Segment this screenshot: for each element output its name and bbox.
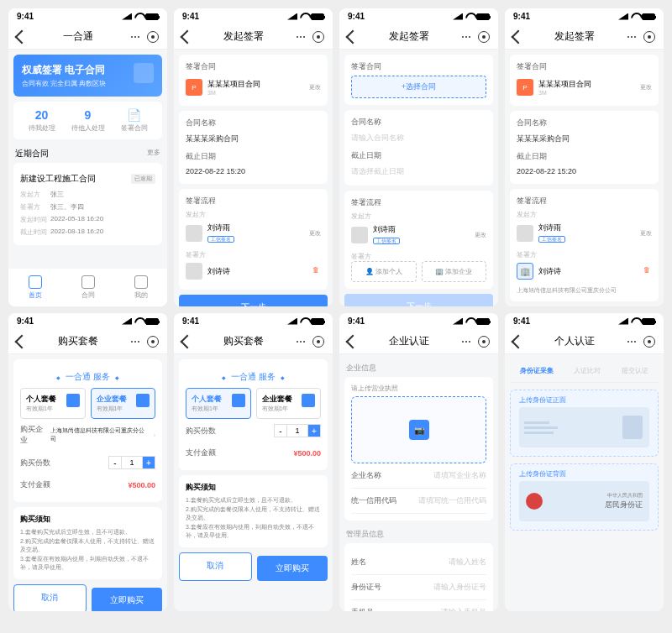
chevron-right-icon: › (154, 432, 155, 438)
person-signer: 刘诗诗 🗑 (186, 259, 321, 283)
more-icon[interactable]: ⋯ (294, 30, 307, 44)
page-title: 企业认证 (358, 334, 459, 348)
contract-name-input[interactable]: 请输入合同名称 (351, 131, 486, 145)
screen-initiate-sign-1: 9:41 发起签署 ⋯ 签署合同 P 某某某项目合同3M 更改 合同名称 某某某… (174, 8, 333, 306)
time: 9:41 (17, 12, 34, 21)
stat-pending-others[interactable]: 9待他人处理 (71, 108, 105, 133)
quantity-stepper[interactable]: - 1 + (274, 424, 321, 437)
user-icon (66, 394, 80, 407)
target-icon[interactable] (478, 31, 490, 43)
target-icon[interactable] (312, 31, 324, 43)
minus-button[interactable]: - (274, 424, 287, 437)
step-3: 提交认证 (622, 366, 648, 375)
more-icon[interactable]: ⋯ (459, 335, 473, 348)
step-2: 人证比对 (574, 366, 601, 375)
target-icon[interactable] (643, 31, 655, 43)
delete-icon[interactable]: 🗑 (311, 266, 321, 276)
next-button[interactable]: 下一步 (179, 295, 328, 306)
target-icon[interactable] (478, 336, 490, 348)
avatar (186, 263, 202, 280)
minus-button[interactable]: - (108, 456, 122, 469)
pkg-enterprise[interactable]: 企业套餐有效期1年 (256, 388, 322, 419)
contract-card[interactable]: 新建设工程施工合同 已逾期 发起方张三 签署方张三、李四 发起时间2022-05… (13, 163, 162, 245)
more-link[interactable]: 更多 (147, 148, 160, 160)
more-icon[interactable]: ⋯ (129, 335, 142, 348)
phone-input[interactable]: 手机号请输入手机号 (351, 600, 486, 611)
add-person-button[interactable]: 👤 添加个人 (351, 261, 417, 282)
user-icon (232, 394, 245, 407)
page-title: 发起签署 (192, 29, 294, 44)
contract-name: 新建设工程施工合同 (20, 173, 96, 185)
company-name-input[interactable]: 企业名称请填写企业名称 (351, 463, 486, 489)
contract-name-input[interactable]: 某某某采购合同 (517, 132, 652, 146)
buy-button[interactable]: 立即购买 (92, 588, 163, 612)
id-input[interactable]: 身份证号请输入身份证号 (351, 575, 486, 600)
tab-contracts[interactable]: 合同 (81, 275, 95, 300)
portrait-icon (622, 416, 643, 439)
pkg-enterprise[interactable]: 企业套餐有效期1年 (91, 388, 156, 419)
pkg-personal[interactable]: 个人套餐有效期1年 (186, 388, 251, 419)
avatar (186, 225, 202, 242)
upload-license[interactable]: 📷 (351, 396, 486, 463)
target-icon[interactable] (643, 336, 655, 348)
page-title: 购买套餐 (192, 334, 294, 348)
contract-file[interactable]: P 某某某项目合同3M 更改 (517, 76, 652, 99)
stat-pending-me[interactable]: 20待我处理 (29, 108, 55, 133)
credit-code-input[interactable]: 统一信用代码请填写统一信用代码 (351, 489, 486, 514)
tabbar: 首页 合同 我的 (8, 269, 167, 306)
screen-enterprise-auth: 9:41 企业认证 ⋯ 企业信息 请上传营业执照 📷 企业名称请填写企业名称 统… (339, 313, 498, 611)
avatar (351, 227, 368, 243)
plus-button[interactable]: + (142, 456, 155, 469)
more-icon[interactable]: ⋯ (459, 30, 473, 44)
building-icon (302, 394, 315, 407)
stat-sign[interactable]: 📄签署合同 (121, 108, 148, 133)
total-price: ¥500.00 (293, 449, 321, 458)
deadline-input[interactable]: 2022-08-22 15:20 (517, 165, 652, 177)
select-contract-button[interactable]: +选择合同 (351, 76, 486, 98)
hero-banner[interactable]: 权威签署 电子合同 合同有效 完全归属 典数区块 (13, 55, 162, 97)
page-title: 一合通 (27, 29, 129, 44)
company-name: 上海旭尚信息科技有限公司重庆分公司 (517, 286, 652, 295)
target-icon[interactable] (147, 336, 159, 348)
tab-home[interactable]: 首页 (29, 275, 42, 300)
target-icon[interactable] (147, 31, 159, 43)
upload-id-back[interactable]: 上传身份证背面 中华人民共和国 居民身份证 + (510, 463, 659, 531)
shield-icon (134, 63, 154, 83)
pkg-personal[interactable]: 个人套餐有效期1年 (20, 388, 86, 419)
screen-initiate-sign-2: 9:41 发起签署 ⋯ 签署合同 +选择合同 合同名称 请输入合同名称 截止日期… (339, 8, 498, 306)
pdf-icon: P (186, 79, 202, 96)
edit-link[interactable]: 更改 (309, 83, 321, 92)
cancel-button[interactable]: 取消 (13, 584, 87, 612)
contract-name-input[interactable]: 某某某采购合同 (186, 132, 321, 146)
name-input[interactable]: 姓名请输入姓名 (351, 550, 486, 575)
status-bar: 9:41 (8, 8, 167, 24)
target-icon[interactable] (312, 336, 324, 348)
cancel-button[interactable]: 取消 (179, 552, 252, 581)
screen-purchase-1: 9:41 购买套餐 ⋯ 一合通 服务 个人套餐有效期1年 企业套餐有效期1年 购… (8, 313, 167, 611)
contract-file[interactable]: P 某某某项目合同3M 更改 (186, 76, 321, 99)
upload-id-front[interactable]: 上传身份证正面 + (510, 390, 659, 457)
page-title: 发起签署 (358, 29, 459, 44)
deadline-input[interactable]: 2022-08-22 15:20 (186, 165, 321, 177)
avatar (517, 225, 533, 242)
page-title: 购买套餐 (27, 334, 129, 348)
screen-initiate-sign-3: 9:41 发起签署 ⋯ 签署合同 P 某某某项目合同3M 更改 合同名称 某某某… (505, 8, 664, 306)
more-icon[interactable]: ⋯ (294, 335, 307, 348)
quantity-stepper[interactable]: - 1 + (108, 456, 155, 469)
more-icon[interactable]: ⋯ (625, 335, 638, 348)
more-icon[interactable]: ⋯ (625, 30, 638, 44)
delete-icon[interactable]: 🗑 (642, 266, 652, 276)
step-indicator: 身份证采集 人证比对 提交认证 (510, 359, 659, 383)
buy-button[interactable]: 立即购买 (257, 556, 328, 581)
plus-button[interactable]: + (307, 424, 321, 437)
company-selector[interactable]: 购买企业 上海旭尚信息科技有限公司重庆分公司› (20, 419, 155, 451)
section-title: 近期合同 (15, 148, 49, 160)
pdf-icon: P (517, 79, 533, 96)
tab-mine[interactable]: 我的 (134, 275, 148, 300)
building-icon (136, 394, 150, 407)
add-company-button[interactable]: 🏢 添加企业 (422, 261, 487, 282)
more-icon[interactable]: ⋯ (129, 30, 142, 44)
deadline-input[interactable]: 请选择截止日期 (351, 165, 486, 179)
service-title: 一合通 服务 (20, 366, 155, 388)
next-button[interactable]: 下一步 (344, 294, 493, 306)
